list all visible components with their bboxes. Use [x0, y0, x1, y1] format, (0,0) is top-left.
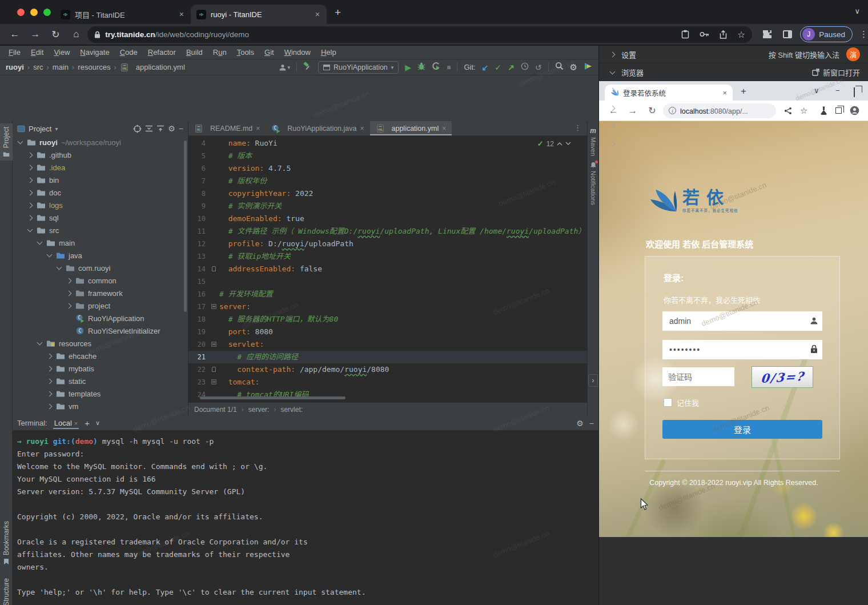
code-line-22[interactable]: 22 context-path: /app/demo/ruoyi/8080	[188, 363, 587, 376]
run-configuration-select[interactable]: RuoYiApplication ▾	[318, 61, 399, 74]
section-browser[interactable]: 浏览器 新窗口打开	[599, 63, 868, 81]
share-icon[interactable]	[720, 30, 727, 39]
code-line-18[interactable]: 18 # 服务器的HTTP端口，默认为80	[188, 313, 587, 326]
tab-close-icon[interactable]: ×	[314, 10, 321, 19]
embedded-restore-icon[interactable]	[854, 88, 855, 97]
tree-item-com.ruoyi[interactable]: com.ruoyi	[13, 262, 188, 274]
browser-tab[interactable]: ‹t› ruoyi - TitanIDE ×	[191, 5, 327, 24]
profile-chip[interactable]: J Paused	[800, 26, 853, 42]
git-rollback-icon[interactable]: ↺	[535, 63, 542, 71]
tree-chevron-icon[interactable]	[27, 215, 33, 221]
code-line-4[interactable]: 4 name: RuoYi	[188, 137, 587, 150]
tree-item-resources[interactable]: resources	[13, 337, 188, 350]
terminal-output[interactable]: → ruoyi git:(demo) mysql -h mysql -u roo…	[13, 431, 598, 605]
embedded-minimize-icon[interactable]: −	[835, 86, 840, 95]
editor-tabs-kebab-icon[interactable]: ⋮	[568, 121, 587, 135]
tree-item-mybatis[interactable]: mybatis	[13, 362, 188, 375]
embedded-tab[interactable]: 登录若依系统 ×	[605, 85, 733, 101]
embedded-side-panel-icon[interactable]	[835, 107, 842, 114]
menu-tools[interactable]: Tools	[232, 48, 259, 57]
menu-run[interactable]: Run	[208, 48, 232, 57]
tree-item-sql[interactable]: sql	[13, 211, 188, 224]
editor-area[interactable]: MDREADME.md × CRuoYiApplication.java × Y…	[188, 121, 587, 416]
tree-item-templates[interactable]: templates	[13, 387, 188, 400]
tree-item-RuoYiServletInitializer[interactable]: C RuoYiServletInitializer	[13, 324, 188, 337]
tree-item-static[interactable]: static	[13, 375, 188, 387]
tree-item-main[interactable]: main	[13, 237, 188, 249]
code-line-10[interactable]: 10 demoEnabled: true	[188, 213, 587, 225]
fold-marker-icon[interactable]: −	[211, 304, 216, 309]
tree-chevron-icon[interactable]	[57, 265, 62, 270]
terminal-tab-close-icon[interactable]: ×	[74, 420, 78, 427]
forward-icon[interactable]: →	[30, 29, 41, 40]
menu-window[interactable]: Window	[279, 48, 316, 57]
editor-tab-close-icon[interactable]: ×	[442, 125, 446, 133]
code-line-6[interactable]: 6 version: 4.7.5	[188, 162, 587, 175]
new-terminal-icon[interactable]: +	[85, 418, 90, 428]
fold-marker-icon[interactable]: −	[211, 379, 216, 384]
tool-window-bookmarks-button[interactable]: Bookmarks	[0, 521, 13, 565]
git-update-icon[interactable]: ↙	[482, 63, 489, 71]
tree-chevron-icon[interactable]	[66, 303, 72, 308]
embedded-new-tab-icon[interactable]: +	[741, 86, 746, 97]
terminal-dropdown-chevron-icon[interactable]: ∨	[95, 419, 100, 427]
expand-all-icon[interactable]	[145, 125, 153, 133]
tool-window-structure-button[interactable]: Structure	[0, 578, 13, 605]
code-line-11[interactable]: 11 # 文件路径 示例（ Windows配置D:/ruoyi/uploadPa…	[188, 225, 587, 238]
code-line-9[interactable]: 9 # 实例演示开关	[188, 200, 587, 213]
tree-chevron-icon[interactable]	[27, 202, 33, 208]
browser-tab[interactable]: ‹t› 项目 - TitanIDE ×	[55, 5, 191, 24]
embedded-extension-flask-icon[interactable]	[820, 106, 827, 115]
doc-breadcrumb-item[interactable]: server:	[248, 406, 270, 414]
collapse-all-icon[interactable]	[156, 125, 164, 133]
code-line-14[interactable]: 14 addressEnabled: false	[188, 263, 587, 275]
remember-checkbox[interactable]	[664, 398, 672, 407]
editor-horizontal-scrollbar[interactable]	[200, 396, 345, 399]
tree-item-vm[interactable]: vm	[13, 400, 188, 412]
open-new-window-button[interactable]: 新窗口打开	[812, 67, 860, 78]
fold-marker-icon[interactable]: −	[211, 342, 216, 347]
menu-refactor[interactable]: Refactor	[143, 48, 181, 57]
tree-chevron-icon[interactable]	[18, 139, 23, 145]
breadcrumb-item[interactable]: src	[33, 63, 43, 71]
captcha-field[interactable]	[662, 367, 734, 386]
tree-chevron-icon[interactable]	[37, 340, 43, 346]
ime-badge[interactable]: 演	[846, 47, 860, 61]
breadcrumb-item[interactable]: main	[53, 63, 69, 71]
tree-chevron-icon[interactable]	[47, 353, 53, 359]
remember-me[interactable]: 记住我	[664, 397, 699, 408]
next-problem-icon[interactable]	[565, 142, 571, 146]
breadcrumb-item[interactable]: ruoyi	[6, 63, 24, 71]
tree-chevron-icon[interactable]	[27, 227, 33, 233]
minimize-window-button[interactable]	[30, 9, 38, 16]
code-line-15[interactable]: 15	[188, 275, 587, 288]
breadcrumb-item[interactable]: resources	[78, 63, 110, 71]
captcha-image[interactable]: 0/3=?	[752, 366, 813, 388]
tree-chevron-icon[interactable]	[47, 391, 53, 396]
tree-item-src[interactable]: src	[13, 224, 188, 237]
embedded-forward-icon[interactable]: →	[628, 106, 638, 116]
titanide-logo-icon[interactable]	[584, 62, 593, 73]
menu-edit[interactable]: Edit	[26, 48, 49, 57]
tree-item-doc[interactable]: doc	[13, 186, 188, 199]
tree-chevron-icon[interactable]	[47, 366, 53, 371]
tab-close-icon[interactable]: ×	[178, 10, 185, 19]
menu-git[interactable]: Git	[259, 48, 279, 57]
new-tab-button[interactable]: +	[335, 7, 341, 18]
inspections-widget[interactable]: ✓ 12	[537, 139, 571, 148]
tree-chevron-icon[interactable]	[27, 152, 33, 158]
address-bar[interactable]: try.titanide.cn/ide/web/coding/ruoyi/dem…	[87, 26, 752, 43]
embedded-profile-icon[interactable]	[850, 106, 859, 115]
menu-help[interactable]: Help	[316, 48, 341, 57]
tree-item-project[interactable]: project	[13, 299, 188, 312]
close-window-button[interactable]	[17, 9, 25, 16]
tree-item-bin[interactable]: bin	[13, 174, 188, 186]
editor-tab-RuoYiApplication.java[interactable]: CRuoYiApplication.java ×	[266, 121, 369, 135]
menu-view[interactable]: View	[49, 48, 75, 57]
code-line-5[interactable]: 5 # 版本	[188, 150, 587, 162]
tree-chevron-icon[interactable]	[47, 252, 53, 258]
project-view-chevron-icon[interactable]: ▾	[55, 126, 58, 132]
menu-file[interactable]: File	[3, 48, 26, 57]
tree-chevron-icon[interactable]	[37, 239, 43, 245]
debug-button[interactable]	[417, 62, 425, 73]
